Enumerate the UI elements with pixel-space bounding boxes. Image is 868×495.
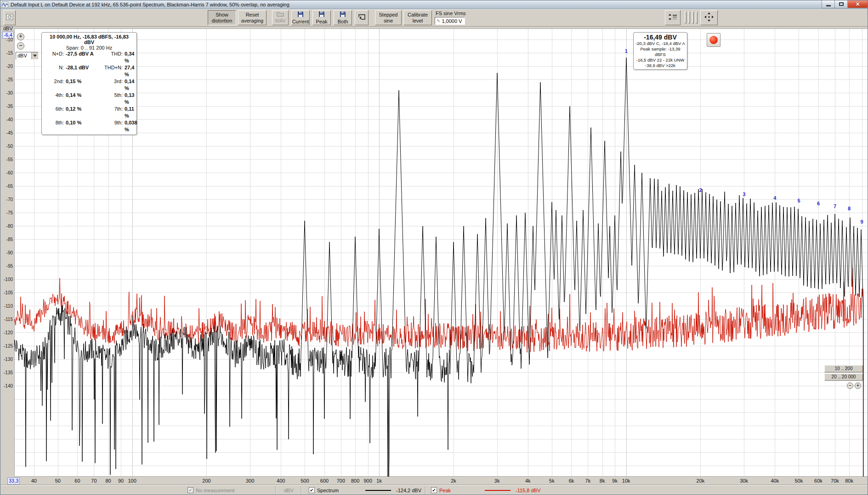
four-way-arrows-icon bbox=[704, 12, 714, 23]
separator bbox=[425, 486, 426, 495]
x-axis-tick-label: 8k bbox=[600, 478, 605, 484]
maximize-button[interactable] bbox=[834, 0, 848, 8]
y-axis-tick-label: -40 bbox=[0, 117, 13, 122]
level-line: -38,9 dBV >22k bbox=[635, 63, 686, 68]
distortion-rows: N+D:-27,5 dBV ATHD:0,34 %N:-28,1 dBVTHD+… bbox=[45, 51, 134, 133]
distortion-value: 0,11 % bbox=[125, 106, 134, 119]
x-axis-tick-label: 10k bbox=[622, 478, 630, 484]
harmonic-marker-1: 1 bbox=[625, 48, 628, 54]
x-axis-tick-label: 70 bbox=[91, 478, 96, 484]
distortion-label: N: bbox=[45, 64, 66, 78]
distortion-label: 2nd: bbox=[45, 78, 66, 92]
show-distortion-button[interactable]: Show distortion bbox=[208, 10, 236, 25]
range-button-20-20000[interactable]: 20 .. 20 000 bbox=[824, 373, 863, 381]
peak-checkbox[interactable]: ✔ bbox=[431, 487, 437, 493]
status-unit-label: dBV bbox=[284, 488, 294, 493]
zoom-out-button[interactable]: − bbox=[17, 42, 24, 50]
harmonic-marker-9: 9 bbox=[861, 219, 863, 225]
loop-icon bbox=[357, 13, 366, 22]
scope-icon bbox=[6, 13, 13, 22]
x-range-left-value[interactable]: 33,3 bbox=[7, 478, 20, 484]
stepped-sine-button[interactable]: Stepped sine bbox=[375, 10, 402, 25]
dropdown-button[interactable] bbox=[31, 52, 38, 59]
distortion-row: 6th:0,12 %7th:0,11 % bbox=[45, 106, 134, 119]
save-both-button[interactable]: Both bbox=[334, 10, 352, 25]
distortion-label: THD: bbox=[101, 51, 125, 64]
range-button-10-200[interactable]: 10 .. 200 bbox=[824, 365, 863, 372]
no-measurement-checkbox[interactable]: ✔ bbox=[187, 487, 193, 493]
x-axis-tick-label: 3k bbox=[494, 478, 500, 484]
distortion-row: 8th:0,10 %9th:0,038 % bbox=[45, 119, 134, 133]
harmonic-marker-3: 3 bbox=[743, 191, 745, 197]
spectrum-line-sample bbox=[365, 490, 391, 491]
distortion-label: 4th: bbox=[45, 92, 66, 106]
x-axis-tick-label: 50k bbox=[795, 478, 803, 484]
distortion-label: 3rd: bbox=[101, 78, 125, 92]
x-axis-tick-label: 500 bbox=[301, 478, 309, 484]
close-button[interactable]: × bbox=[847, 0, 868, 8]
x-zoom-out-button[interactable]: − bbox=[847, 382, 853, 389]
peak-line-sample bbox=[485, 490, 511, 491]
fs-sine-vrms-input[interactable]: ✎ 1,0000 V bbox=[435, 17, 465, 25]
minimize-button[interactable] bbox=[822, 0, 835, 8]
peak-legend-label: Peak bbox=[439, 488, 451, 493]
y-unit-dropdown[interactable]: dBV bbox=[16, 52, 39, 60]
reset-averaging-button[interactable]: Reset averaging bbox=[238, 10, 267, 25]
y-axis-tick-label: -60 bbox=[0, 170, 13, 175]
harmonic-marker-4: 4 bbox=[773, 195, 776, 201]
x-axis-tick-label: 600 bbox=[320, 478, 329, 484]
chevron-down-icon bbox=[33, 55, 37, 57]
distortion-value: 0,038 % bbox=[125, 119, 137, 133]
meter-icon-button[interactable] bbox=[4, 10, 16, 25]
level-main-value: -16,49 dBV bbox=[635, 34, 686, 41]
distortion-value: -27,5 dBV A bbox=[66, 51, 101, 64]
zoom-in-button[interactable]: + bbox=[17, 33, 24, 40]
save-wav-button[interactable]: WAV bbox=[272, 10, 289, 25]
record-button[interactable] bbox=[707, 33, 720, 47]
y-axis-tick-label: -30 bbox=[0, 90, 13, 96]
y-unit-dropdown-value: dBV bbox=[16, 52, 31, 59]
calibrate-level-label: Calibrate level bbox=[405, 12, 431, 23]
y-axis-tick-label: -125 bbox=[0, 343, 13, 349]
close-icon: × bbox=[856, 1, 859, 7]
save-current-button[interactable]: Current bbox=[291, 10, 310, 25]
folder-icon bbox=[277, 11, 284, 18]
x-axis-tick-label: 200 bbox=[202, 478, 210, 484]
distortion-value: 0,10 % bbox=[66, 119, 101, 133]
x-axis-tick-label: 6k bbox=[569, 478, 574, 484]
trace-scroll-button[interactable] bbox=[665, 10, 681, 25]
spectrum-checkbox[interactable]: ✔ bbox=[309, 487, 315, 493]
level-readout-box: -16,49 dBV -20,3 dBV C, -18,4 dBV A Peak… bbox=[633, 32, 687, 70]
y-axis-tick-label: -65 bbox=[0, 184, 13, 189]
distortion-label: 7th: bbox=[101, 106, 125, 119]
scroll-arrows-icon bbox=[668, 13, 678, 22]
y-axis-tick-label: -95 bbox=[0, 264, 13, 269]
distortion-label: 9th: bbox=[101, 119, 125, 133]
no-measurement-label: No measurement bbox=[196, 488, 234, 493]
x-axis-tick-label: 90 bbox=[118, 478, 124, 484]
separator bbox=[301, 486, 302, 495]
distortion-row: N:-28,1 dBVTHD+N:27,4 % bbox=[45, 64, 134, 78]
calibrate-level-button[interactable]: Calibrate level bbox=[403, 10, 432, 25]
reset-averaging-label: Reset averaging bbox=[239, 12, 265, 23]
app-icon bbox=[2, 1, 8, 8]
harmonic-marker-8: 8 bbox=[848, 206, 851, 211]
collapsed-panels[interactable] bbox=[685, 11, 699, 24]
x-axis-tick-label: 60k bbox=[814, 478, 823, 484]
fs-sine-vrms-label: FS sine Vrms bbox=[436, 11, 466, 16]
x-zoom-in-button[interactable]: + bbox=[855, 382, 861, 389]
toolbar: Show distortion Reset averaging WAV Curr… bbox=[0, 9, 868, 27]
y-axis-tick-label: -80 bbox=[0, 224, 13, 229]
y-axis-tick-label: -90 bbox=[0, 250, 13, 255]
x-axis-tick-label: 7k bbox=[585, 478, 591, 484]
save-peak-button[interactable]: Peak bbox=[312, 10, 331, 25]
distortion-value: 0,15 % bbox=[66, 78, 101, 92]
x-axis-tick-label: 80 bbox=[105, 478, 111, 484]
y-axis-tick-label: -70 bbox=[0, 197, 13, 202]
loop-button[interactable] bbox=[355, 10, 369, 25]
distortion-row: N+D:-27,5 dBV ATHD:0,34 % bbox=[45, 51, 134, 64]
cursor-readout: 10 000,00 Hz, -16,83 dBFS, -16,83 dBV bbox=[45, 34, 134, 45]
distortion-label: THD+N: bbox=[101, 64, 125, 78]
pan-zoom-button[interactable] bbox=[700, 10, 718, 25]
spectrum-plot[interactable] bbox=[14, 28, 868, 477]
